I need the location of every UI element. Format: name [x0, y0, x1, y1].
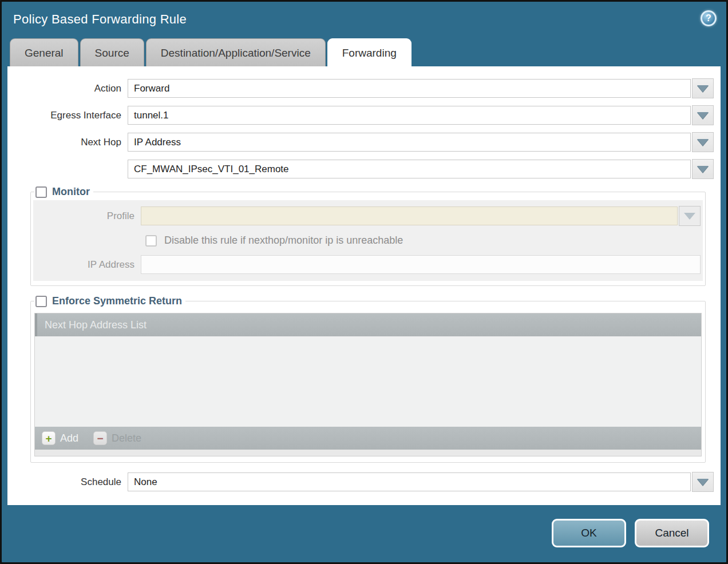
tab-general-label: General	[25, 47, 64, 59]
profile-dropdown-button	[679, 206, 701, 226]
schedule-label: Schedule	[14, 476, 128, 488]
tab-forwarding-label: Forwarding	[342, 47, 397, 59]
monitor-ip-address-label: IP Address	[33, 259, 141, 271]
next-hop-address-list-toolbar: + Add − Delete	[35, 427, 701, 450]
next-hop-address-list-body[interactable]	[35, 336, 701, 427]
next-hop-row: Next Hop IP Address	[14, 132, 714, 152]
tab-forwarding[interactable]: Forwarding	[327, 38, 412, 66]
tab-general[interactable]: General	[10, 38, 78, 66]
enforce-symmetric-return-section: Enforce Symmetric Return Next Hop Addres…	[30, 295, 706, 463]
tab-destination-application-service-label: Destination/Application/Service	[161, 47, 311, 59]
chevron-down-icon	[697, 85, 709, 92]
next-hop-address-dropdown[interactable]: CF_MWAN_IPsec_VTI_01_Remote	[128, 160, 691, 178]
table-bottom-strip	[35, 450, 701, 456]
tab-source[interactable]: Source	[80, 38, 144, 66]
monitor-ip-address-row: IP Address	[33, 255, 701, 274]
dialog-title: Policy Based Forwarding Rule	[13, 12, 187, 26]
monitor-panel: Profile Disable this rule if nexthop/mon…	[33, 200, 703, 281]
dialog-titlebar: Policy Based Forwarding Rule ?	[2, 2, 726, 38]
disable-rule-row: Disable this rule if nexthop/monitor ip …	[145, 233, 701, 248]
egress-interface-dropdown-button[interactable]	[692, 105, 714, 125]
dialog-footer: OK Cancel	[2, 504, 726, 562]
egress-interface-row: Egress Interface tunnel.1	[14, 105, 714, 125]
tab-destination-application-service[interactable]: Destination/Application/Service	[146, 38, 326, 66]
action-label: Action	[14, 83, 128, 94]
next-hop-label: Next Hop	[14, 137, 128, 148]
add-button[interactable]: + Add	[42, 431, 78, 445]
schedule-row: Schedule None	[14, 472, 714, 492]
delete-button-label: Delete	[112, 432, 141, 444]
action-dropdown-button[interactable]	[692, 78, 714, 98]
monitor-ip-address-input	[141, 255, 701, 274]
action-row: Action Forward	[14, 78, 714, 98]
delete-button: − Delete	[93, 431, 141, 445]
forwarding-tab-panel: Action Forward Egress Interface tunnel.1…	[7, 66, 721, 505]
disable-rule-label: Disable this rule if nexthop/monitor ip …	[164, 235, 403, 247]
chevron-down-icon	[697, 479, 709, 486]
schedule-dropdown[interactable]: None	[128, 472, 691, 491]
action-dropdown[interactable]: Forward	[128, 79, 691, 98]
next-hop-address-list-header-label: Next Hop Address List	[45, 319, 147, 331]
next-hop-address-dropdown-button[interactable]	[692, 159, 714, 179]
next-hop-address-row: CF_MWAN_IPsec_VTI_01_Remote	[14, 159, 714, 179]
egress-interface-dropdown[interactable]: tunnel.1	[128, 106, 691, 125]
next-hop-address-list-table: Next Hop Address List + Add − Delete	[34, 313, 702, 456]
disable-rule-checkbox	[145, 235, 157, 247]
add-button-label: Add	[60, 432, 78, 444]
cancel-button[interactable]: Cancel	[635, 519, 709, 547]
profile-row: Profile	[33, 206, 701, 226]
next-hop-address-list-header: Next Hop Address List	[35, 313, 701, 336]
add-plus-icon: +	[42, 431, 56, 445]
chevron-down-icon	[697, 112, 709, 119]
ok-button[interactable]: OK	[552, 519, 626, 547]
next-hop-type-dropdown-button[interactable]	[692, 132, 714, 152]
chevron-down-icon	[697, 139, 709, 146]
help-icon[interactable]: ?	[701, 10, 717, 26]
profile-dropdown	[141, 206, 678, 225]
chevron-down-icon	[697, 166, 709, 173]
next-hop-type-dropdown[interactable]: IP Address	[128, 133, 691, 152]
monitor-checkbox[interactable]	[35, 186, 47, 198]
chevron-down-icon	[684, 213, 695, 220]
tab-bar: General Source Destination/Application/S…	[2, 38, 726, 66]
monitor-legend: Monitor	[52, 186, 90, 198]
monitor-section: Monitor Profile Disable this rule if nex…	[30, 186, 706, 286]
profile-label: Profile	[33, 210, 141, 222]
egress-interface-label: Egress Interface	[14, 110, 128, 121]
help-icon-glyph: ?	[706, 13, 711, 23]
enforce-symmetric-return-checkbox[interactable]	[35, 296, 47, 307]
schedule-dropdown-button[interactable]	[692, 472, 714, 492]
delete-minus-icon: −	[93, 431, 107, 445]
policy-based-forwarding-rule-dialog: Policy Based Forwarding Rule ? General S…	[0, 0, 728, 564]
enforce-symmetric-return-legend: Enforce Symmetric Return	[52, 295, 182, 307]
tab-source-label: Source	[95, 47, 129, 59]
